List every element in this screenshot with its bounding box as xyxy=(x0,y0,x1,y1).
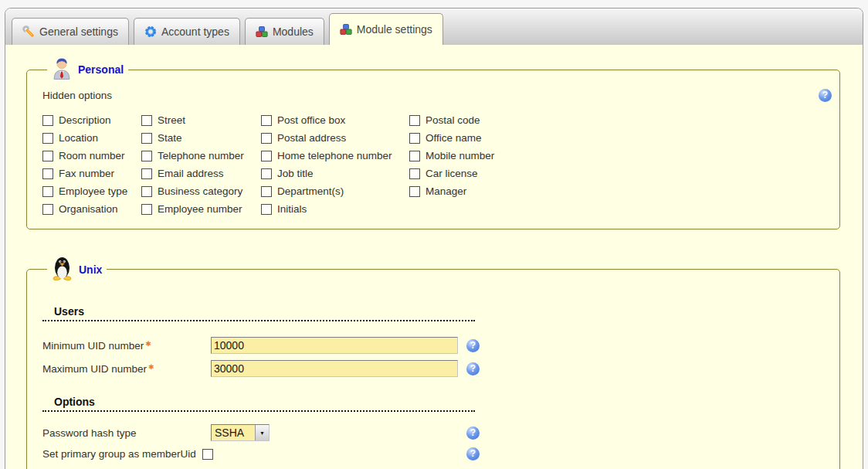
checkbox[interactable] xyxy=(42,204,53,215)
tab-bar: General settings Account types Modul xyxy=(5,8,863,45)
users-subheader-label: Users xyxy=(54,305,84,318)
checkbox-item: Manager xyxy=(409,182,494,200)
checkbox[interactable] xyxy=(409,186,420,197)
checkbox[interactable] xyxy=(261,133,272,144)
checkbox-label: Street xyxy=(158,114,185,126)
checkbox-column: Street State Telephone number Email addr… xyxy=(141,111,261,218)
hidden-options-label: Hidden options xyxy=(42,90,112,101)
checkbox-label: Telephone number xyxy=(158,150,244,161)
checkbox-label: Description xyxy=(59,114,111,126)
wrench-icon xyxy=(22,25,35,38)
checkbox[interactable] xyxy=(409,133,420,144)
tab-modules[interactable]: Modules xyxy=(245,18,324,45)
checkbox[interactable] xyxy=(261,151,272,161)
checkbox-label: Employee number xyxy=(158,203,242,215)
checkbox[interactable] xyxy=(42,115,53,126)
password-hash-value: SSHA xyxy=(212,425,255,440)
checkbox-label: Room number xyxy=(59,150,125,161)
checkbox-item: Street xyxy=(141,111,261,129)
personal-section: Personal Hidden options ? Description Lo… xyxy=(26,56,840,229)
checkbox-item: State xyxy=(141,129,261,147)
dropdown-arrow-icon[interactable]: ▼ xyxy=(255,425,269,440)
required-icon: ✱ xyxy=(145,340,151,348)
checkbox-label: Postal code xyxy=(426,114,480,126)
checkbox-item: Department(s) xyxy=(261,182,409,200)
checkbox-item: Car license xyxy=(409,165,494,182)
checkbox[interactable] xyxy=(141,151,152,161)
checkbox-label: Employee type xyxy=(59,185,127,197)
checkbox-item: Postal address xyxy=(261,129,409,147)
tab-label: Module settings xyxy=(357,23,432,36)
checkbox[interactable] xyxy=(409,151,420,161)
checkbox-item: Email address xyxy=(141,165,261,182)
checkbox-item: Description xyxy=(42,111,141,129)
checkbox[interactable] xyxy=(409,168,420,179)
password-hash-label: Password hash type xyxy=(42,427,211,439)
member-uid-checkbox[interactable] xyxy=(202,449,213,460)
checkbox-item: Initials xyxy=(261,200,409,218)
checkbox-label: Job title xyxy=(277,168,314,179)
checkbox-label: Initials xyxy=(277,203,307,215)
max-uid-row: Maximum UID number✱ ? xyxy=(42,360,480,377)
modules-icon xyxy=(256,25,268,38)
help-icon[interactable]: ? xyxy=(466,362,480,376)
min-uid-input[interactable] xyxy=(211,337,458,354)
checkbox-label: Post office box xyxy=(277,114,345,126)
gear-icon xyxy=(144,25,157,38)
checkbox[interactable] xyxy=(261,204,272,215)
checkbox-item: Job title xyxy=(261,165,409,182)
unix-legend: Unix xyxy=(47,255,107,284)
tab-account-types[interactable]: Account types xyxy=(134,18,240,45)
checkbox-item: Telephone number xyxy=(141,147,261,165)
checkbox[interactable] xyxy=(261,115,272,126)
help-icon[interactable]: ? xyxy=(466,447,480,461)
checkbox-label: State xyxy=(158,132,182,144)
tab-general-settings[interactable]: General settings xyxy=(12,18,129,45)
checkbox[interactable] xyxy=(141,168,152,179)
tab-module-settings[interactable]: Module settings xyxy=(329,13,443,45)
checkbox[interactable] xyxy=(261,168,272,179)
checkbox-label: Fax number xyxy=(59,168,114,179)
modules-icon xyxy=(340,23,352,36)
checkbox[interactable] xyxy=(261,186,272,197)
checkbox[interactable] xyxy=(141,186,152,197)
help-icon[interactable]: ? xyxy=(466,427,480,440)
checkbox[interactable] xyxy=(42,151,53,161)
checkbox[interactable] xyxy=(42,186,53,197)
max-uid-input[interactable] xyxy=(211,360,458,377)
tab-label: Modules xyxy=(273,25,314,38)
checkbox-item: Fax number xyxy=(42,165,141,182)
checkbox-label: Manager xyxy=(426,185,466,197)
checkbox-item: Home telephone number xyxy=(261,147,409,165)
checkbox[interactable] xyxy=(409,115,420,126)
checkbox-item: Room number xyxy=(42,147,141,165)
checkbox-label: Department(s) xyxy=(277,185,344,197)
checkbox-item: Employee number xyxy=(141,200,261,218)
checkbox-item: Organisation xyxy=(42,200,141,218)
help-icon[interactable]: ? xyxy=(466,339,480,352)
password-hash-select[interactable]: SSHA ▼ xyxy=(211,424,270,441)
member-uid-label: Set primary group as memberUid xyxy=(42,448,196,460)
password-hash-row: Password hash type SSHA ▼ ? xyxy=(42,424,480,441)
min-uid-row: Minimum UID number✱ ? xyxy=(42,337,480,354)
checkbox-item: Office name xyxy=(409,129,494,147)
tab-label: Account types xyxy=(161,25,229,38)
unix-section: Unix Users Minimum UID number✱ ? Maximum… xyxy=(26,255,840,469)
checkbox-column: Postal code Office name Mobile number Ca… xyxy=(409,111,494,218)
checkbox-column: Post office box Postal address Home tele… xyxy=(261,111,409,218)
checkbox[interactable] xyxy=(141,133,152,144)
checkbox-label: Email address xyxy=(158,168,224,179)
hidden-options-row: Hidden options ? xyxy=(42,89,832,102)
checkbox[interactable] xyxy=(42,168,53,179)
help-icon[interactable]: ? xyxy=(819,89,832,102)
module-settings-panel: Personal Hidden options ? Description Lo… xyxy=(5,45,863,469)
tab-label: General settings xyxy=(39,25,118,38)
unix-title: Unix xyxy=(79,263,102,276)
checkbox-item: Post office box xyxy=(261,111,409,129)
required-icon: ✱ xyxy=(148,363,154,371)
checkbox-label: Mobile number xyxy=(426,150,494,161)
checkbox[interactable] xyxy=(42,133,53,144)
checkbox[interactable] xyxy=(141,115,152,126)
checkbox[interactable] xyxy=(141,204,152,215)
personal-legend: Personal xyxy=(47,56,128,83)
